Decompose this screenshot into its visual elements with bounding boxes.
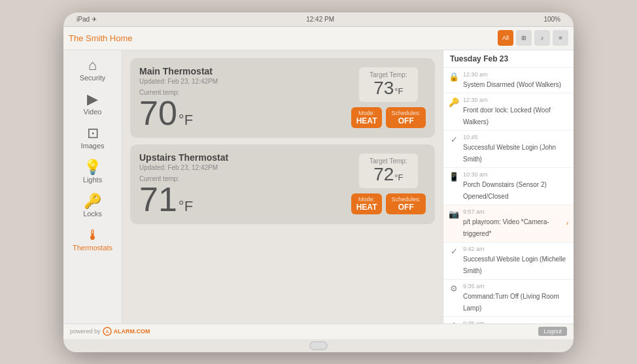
main-thermo-buttons: Mode: HEAT Schedules: OFF	[351, 107, 426, 128]
chevron-right-icon: ›	[566, 220, 568, 227]
activity-time: 9:57 am	[463, 208, 562, 215]
filter-music-btn[interactable]: ♪	[534, 30, 550, 46]
upstairs-target-temp: 72	[373, 165, 394, 185]
upstairs-thermo-info: Upstairs Thermostat Updated: Feb 23, 12:…	[139, 152, 343, 216]
upstairs-thermostat-card: Upstairs Thermostat Updated: Feb 23, 12:…	[130, 144, 435, 224]
upstairs-target-label: Target Temp:	[368, 157, 409, 165]
tablet: iPad ✈ 12:42 PM 100% The Smith Home All …	[63, 12, 574, 352]
app-body: ⌂ Security ▶ Video ⊡ Images 💡 Lights 🔑	[63, 50, 574, 323]
sidebar-item-security[interactable]: ⌂ Security	[67, 54, 119, 86]
activity-time: 9:42 am	[463, 246, 568, 252]
tablet-bottom	[63, 339, 574, 352]
list-item: ⚙ 9:35 am Command:Turn Off (Living Room …	[443, 280, 574, 317]
list-item: 📱 10:30 am Porch Downstairs (Sensor 2) O…	[443, 168, 574, 205]
alarm-brand-name: ALARM.COM	[114, 328, 150, 335]
upstairs-thermo-title: Upstairs Thermostat	[139, 152, 343, 163]
sidebar-item-images[interactable]: ⊡ Images	[67, 122, 119, 154]
tablet-status-bar: iPad ✈ 12:42 PM 100%	[63, 12, 574, 27]
battery: 100%	[543, 16, 560, 23]
sidebar-item-lights[interactable]: 💡 Lights	[67, 156, 119, 188]
upstairs-schedules-value: OFF	[391, 203, 421, 212]
sidebar-label-lights: Lights	[83, 176, 102, 184]
upstairs-schedules-btn[interactable]: Schedules: OFF	[386, 193, 426, 214]
brand-title: The Smith Home	[69, 33, 133, 43]
sidebar-label-images: Images	[80, 142, 104, 150]
video-icon: ▶	[87, 92, 98, 107]
activity-text: 9:57 am p/t playroom: Video *Camera-trig…	[463, 208, 562, 239]
list-item: 🔒 12:30 am System Disarmed (Woof Walkers…	[443, 68, 574, 93]
activity-text: 10:45 Successful Website Login (John Smi…	[463, 134, 568, 164]
app-header: The Smith Home All ⊞ ♪ ≡	[63, 27, 574, 50]
upstairs-thermo-buttons: Mode: HEAT Schedules: OFF	[351, 193, 426, 214]
lock-icon: 🔒	[449, 72, 459, 82]
activity-panel: Tuesday Feb 23 🔒 12:30 am System Disarme…	[443, 50, 574, 323]
list-item[interactable]: 📷 9:57 am p/t playroom: Video *Camera-tr…	[443, 205, 574, 242]
activity-desc: Command:Turn Off (Living Room Lamp)	[463, 293, 559, 312]
thermostats-icon: 🌡	[86, 228, 100, 242]
ipad-label: iPad ✈	[77, 16, 97, 23]
sensor-icon: 📱	[449, 172, 459, 182]
activity-text: 9:35 am Command:Turn Off (Living Room La…	[463, 283, 568, 313]
activity-desc: Front door lock: Locked (Woof Walkers)	[463, 107, 551, 125]
screen: The Smith Home All ⊞ ♪ ≡ ⌂ Security ▶ Vi…	[63, 27, 574, 339]
sidebar-item-locks[interactable]: 🔑 Locks	[67, 190, 119, 222]
main-thermo-right: Target Temp: 73 °F Mode: HEAT	[351, 67, 426, 129]
list-item: 🔑 12:30 am Front door lock: Locked (Woof…	[443, 93, 574, 131]
main-schedules-label: Schedules:	[391, 110, 421, 116]
home-button[interactable]	[309, 341, 328, 350]
logout-button[interactable]: Logout	[538, 327, 567, 336]
main-thermo-title: Main Thermostat	[139, 66, 343, 76]
camera-icon: 📷	[449, 209, 459, 219]
upstairs-current-temp: 71	[139, 182, 177, 216]
check2-icon: ✓	[449, 246, 459, 256]
main-thermo-info: Main Thermostat Updated: Feb 23, 12:42PM…	[139, 66, 343, 130]
upstairs-target-unit: °F	[394, 173, 403, 182]
upstairs-mode-btn[interactable]: Mode: HEAT	[351, 193, 383, 214]
activity-text: 12:30 am Front door lock: Locked (Woof W…	[463, 97, 568, 127]
main-schedules-value: OFF	[391, 116, 421, 125]
key-icon: 🔑	[449, 97, 459, 107]
filter-grid-btn[interactable]: ⊞	[516, 30, 532, 46]
upstairs-thermo-updated: Updated: Feb 23, 12:42PM	[139, 164, 343, 171]
sidebar-label-video: Video	[84, 108, 102, 116]
main-unit: °F	[179, 112, 193, 129]
gear-icon: ⚙	[449, 284, 459, 293]
sidebar-item-video[interactable]: ▶ Video	[67, 88, 119, 120]
main-mode-btn[interactable]: Mode: HEAT	[351, 107, 383, 128]
main-mode-value: HEAT	[356, 116, 377, 125]
activity-text: 12:30 am System Disarmed (Woof Walkers)	[463, 71, 568, 90]
filter-all-btn[interactable]: All	[498, 30, 513, 46]
upstairs-schedules-label: Schedules:	[391, 196, 421, 203]
sidebar-label-locks: Locks	[83, 210, 102, 218]
main-thermo-updated: Updated: Feb 23, 12:42PM	[139, 78, 343, 85]
app-footer: powered by A ALARM.COM Logout	[63, 323, 574, 339]
sidebar-label-security: Security	[80, 74, 106, 82]
list-item: ✓ 10:45 Successful Website Login (John S…	[443, 131, 574, 168]
upstairs-thermo-right: Target Temp: 72 °F Mode: HEAT	[351, 154, 426, 215]
main-target-label: Target Temp:	[368, 71, 409, 78]
upstairs-unit: °F	[179, 198, 193, 215]
header-icon-group: All ⊞ ♪ ≡	[498, 30, 568, 46]
activity-time: 10:30 am	[463, 171, 568, 178]
main-mode-label: Mode:	[356, 110, 377, 116]
activity-text: 9:42 am Successful Website Login (Michel…	[463, 246, 568, 276]
activity-time: 9:35 am	[463, 283, 568, 290]
footer-brand: powered by A ALARM.COM	[70, 327, 150, 336]
sidebar: ⌂ Security ▶ Video ⊡ Images 💡 Lights 🔑	[63, 50, 122, 323]
main-target-box: Target Temp: 73 °F	[359, 67, 418, 103]
upstairs-mode-value: HEAT	[356, 203, 377, 212]
activity-desc: Successful Website Login (John Smith)	[463, 144, 556, 163]
sidebar-label-thermostats: Thermostats	[73, 244, 112, 252]
main-schedules-btn[interactable]: Schedules: OFF	[386, 107, 426, 128]
activity-list: 🔒 12:30 am System Disarmed (Woof Walkers…	[443, 68, 574, 323]
sidebar-item-thermostats[interactable]: 🌡 Thermostats	[67, 224, 119, 256]
lights-icon: 💡	[84, 160, 101, 174]
svg-text:A: A	[105, 329, 109, 334]
activity-header: Tuesday Feb 23	[443, 50, 574, 68]
activity-time: 12:30 am	[463, 71, 568, 78]
activity-desc: p/t playroom: Video *Camera-triggered*	[463, 218, 549, 237]
main-current-temp: 70	[139, 96, 177, 130]
upstairs-target-box: Target Temp: 72 °F	[359, 154, 418, 189]
filter-menu-btn[interactable]: ≡	[553, 30, 568, 46]
activity-time: 10:45	[463, 134, 568, 141]
